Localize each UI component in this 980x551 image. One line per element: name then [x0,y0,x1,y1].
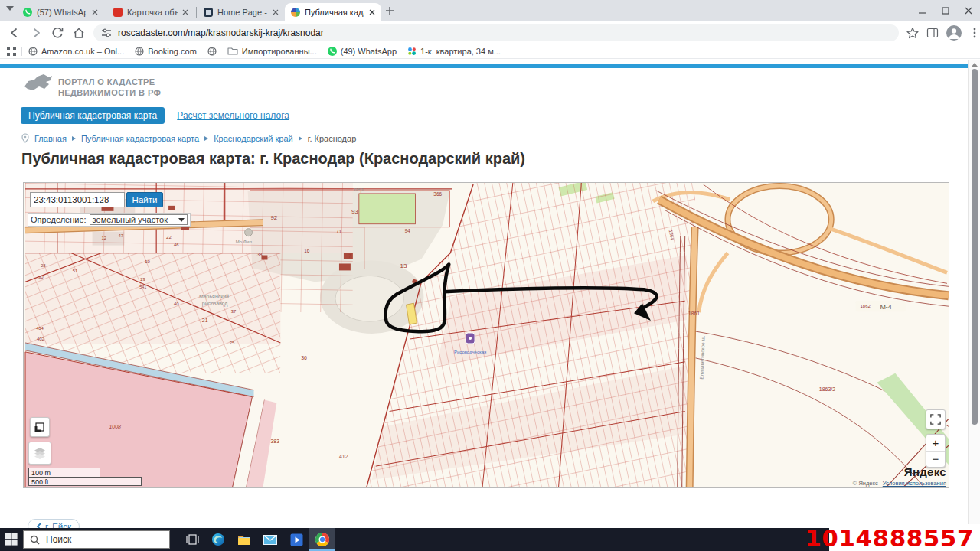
site-settings-icon[interactable] [101,28,112,38]
forward-button[interactable] [29,26,43,40]
breadcrumb-public-map[interactable]: Публичная кадастровая карта [81,134,199,143]
nav-tab-public-map[interactable]: Публичная кадастровая карта [21,107,165,124]
page-scrollbar[interactable] [968,60,980,528]
home-button[interactable] [72,26,86,40]
map-label: 12 [102,236,107,240]
tab-label: (57) WhatsApp [37,8,87,17]
file-explorer-icon[interactable] [231,528,257,551]
map-label: 404 [36,326,44,331]
site-logo-russia-map[interactable] [23,73,54,96]
tab-object-card[interactable]: Карточка объекта недвижим [107,3,194,21]
map-label: 28 [41,263,46,268]
terms-of-use-link[interactable]: Условия использования [883,480,946,487]
scrollbar-up-arrow[interactable] [972,63,978,67]
logo-line-2: НЕДВИЖИМОСТИ В РФ [58,87,161,98]
map-label: Рисоводческая [454,350,486,354]
map-filter-panel: Определение: земельный участок [28,213,191,227]
page-title: Публичная кадастровая карта: г. Краснода… [21,150,525,168]
tab-cadastral-map[interactable]: Публичная кадастровая карт [285,3,381,21]
side-panel-icon[interactable] [926,27,939,39]
fullscreen-button[interactable] [926,409,946,429]
back-to-city-link[interactable]: г. Ейск [28,519,80,528]
pin-icon [21,133,29,143]
page-content: ПОРТАЛ О КАДАСТРЕ НЕДВИЖИМОСТИ В РФ Публ… [0,60,968,528]
reload-button[interactable] [51,26,64,40]
site-logo-text[interactable]: ПОРТАЛ О КАДАСТРЕ НЕДВИЖИМОСТИ В РФ [58,77,161,98]
map-search-button[interactable]: Найти [126,192,163,207]
start-button[interactable] [0,528,23,551]
zoom-out-button[interactable]: − [926,452,945,468]
bookmark-flat-listing[interactable]: 1-к. квартира, 34 м... [407,47,501,56]
window-minimize-button[interactable] [911,0,934,21]
scrollbar-thumb[interactable] [972,69,978,425]
edge-icon[interactable] [205,528,231,551]
bookmark-booking[interactable]: Booking.com [135,47,197,56]
bookmarks-separator [21,47,22,56]
tab-close-icon[interactable] [273,9,279,15]
bookmark-imported-folder[interactable]: Импортированны... [227,47,317,56]
tab-label: Публичная кадастровая карт [305,8,364,17]
profile-avatar[interactable] [946,25,962,41]
map-label: 402 [37,337,45,341]
map-label: 29 [140,277,145,282]
address-bar[interactable]: roscadaster.com/map/krasnodarskij-kraj/k… [93,24,899,41]
cadastral-number-input[interactable] [30,192,125,207]
bookmark-label: Amazon.co.uk – Onl... [41,47,124,56]
chevron-left-icon [36,523,41,528]
cadastral-map-canvas[interactable]: пер.366939271941671338Мо Фил124722461028… [24,183,949,487]
tab-divider [196,7,197,18]
tab-divider [106,7,106,18]
taskbar-search[interactable]: Поиск [23,530,170,549]
map-label: 1863/2 [819,386,835,392]
bookmark-amazon[interactable]: Amazon.co.uk – Onl... [28,47,124,56]
tab-whatsapp[interactable]: (57) WhatsApp [17,3,104,21]
window-close-button[interactable] [957,0,980,21]
layers-button[interactable] [28,442,51,465]
chrome-icon[interactable] [309,528,335,551]
apps-grid-icon[interactable] [6,46,17,57]
breadcrumb-arrow-icon [204,136,208,141]
object-type-select[interactable]: земельный участок [90,214,188,225]
zoom-in-button[interactable]: + [926,435,945,452]
globe-icon [135,47,144,56]
tab-close-icon[interactable] [182,9,188,15]
bookmark-label: 1-к. квартира, 34 м... [420,47,501,56]
tab-close-icon[interactable] [92,9,98,15]
window-maximize-button[interactable] [934,0,957,21]
task-view-button[interactable] [179,528,205,551]
bookmark-label: Booking.com [148,47,197,56]
toolbar-right [906,25,980,41]
yandex-logo[interactable]: Яндекс [904,465,946,478]
breadcrumb-region[interactable]: Краснодарский край [214,134,293,143]
map-label: 30 [38,275,44,279]
tab-close-icon[interactable] [369,9,375,15]
map-label: 51 [73,269,78,273]
bookmark-star-icon[interactable] [906,27,919,39]
agentsystem-favicon [204,8,213,17]
whatsapp-favicon [23,8,32,17]
mini-map-toggle-button[interactable] [30,417,50,437]
browser-toolbar: roscadaster.com/map/krasnodarskij-kraj/k… [0,21,980,44]
map-label: пер. [354,187,364,193]
movies-tv-icon[interactable] [283,528,309,551]
bookmark-label: Импортированны... [242,47,317,56]
tab-label: Home Page - AgentSystem [217,8,268,17]
breadcrumb-current: г. Краснодар [308,134,357,143]
back-button[interactable] [8,26,21,40]
bookmark-globe[interactable] [207,47,217,56]
overlay-phone-number: 1014888557 [829,524,980,551]
new-tab-button[interactable] [384,5,395,16]
tab-agentsystem[interactable]: Home Page - AgentSystem [198,3,285,21]
tabstrip-chevron-icon[interactable] [6,6,14,11]
breadcrumb-home[interactable]: Главная [34,134,67,143]
mail-icon[interactable] [257,528,283,551]
bookmark-whatsapp[interactable]: (49) WhatsApp [328,47,397,56]
map-label: 40 [174,302,179,306]
map-label: 38 [257,252,263,257]
back-link-label: г. Ейск [45,522,71,528]
map-label: 71 [336,229,342,234]
browser-menu-icon[interactable] [969,27,980,39]
tab-label: Карточка объекта недвижим [127,8,178,17]
globe-icon [28,47,38,56]
nav-link-land-tax[interactable]: Расчет земельного налога [177,110,289,121]
